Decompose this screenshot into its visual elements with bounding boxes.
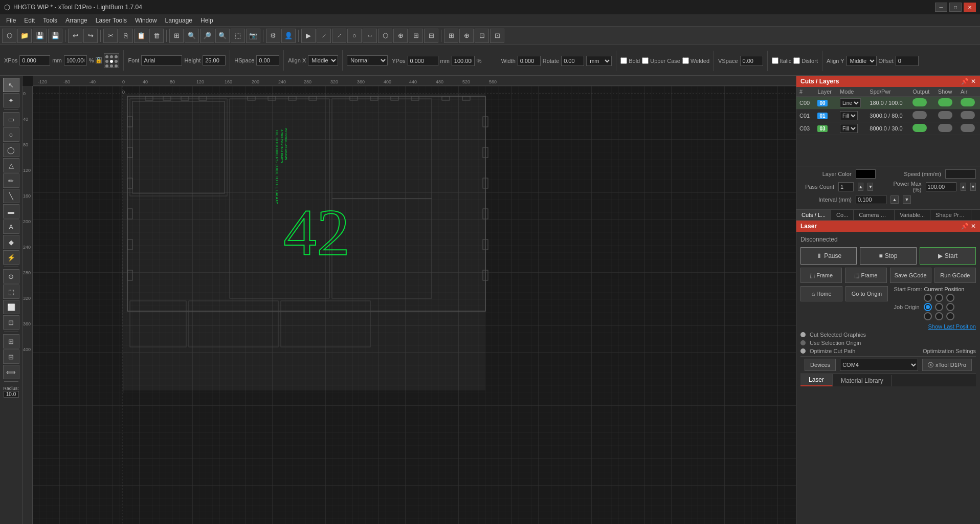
rotate-input[interactable] [561, 56, 584, 66]
italic-checkbox[interactable] [772, 57, 778, 64]
tool-circle2[interactable]: ⊙ [3, 269, 19, 283]
minimize-button[interactable]: ─ [935, 3, 947, 12]
tab-laser-bottom[interactable]: Laser [800, 374, 833, 386]
tool-text[interactable]: A [3, 220, 19, 234]
tb-zoom-in[interactable]: 🔎 [200, 29, 214, 43]
tab-material-library[interactable]: Material Library [833, 375, 892, 386]
tb-new[interactable]: ⬡ [2, 29, 16, 43]
tb-open[interactable]: 📁 [17, 29, 32, 43]
origin-bl[interactable] [924, 312, 932, 320]
upper-case-checkbox[interactable] [642, 57, 649, 64]
welded-checkbox[interactable] [682, 57, 689, 64]
tool-rect3[interactable]: ⬚ [3, 285, 19, 299]
tb-coord[interactable]: ⊕ [459, 29, 474, 43]
tb-path2[interactable]: ⟋ [332, 29, 346, 43]
tool-pen[interactable]: ✏ [3, 173, 19, 188]
tool-ellipse[interactable]: ◯ [3, 143, 19, 157]
menu-file[interactable]: File [2, 16, 20, 25]
tb-settings[interactable]: ⚙ [266, 29, 280, 43]
frame-button2[interactable]: ⬚ Frame [845, 268, 886, 283]
ypos-input[interactable] [408, 56, 438, 66]
tab-variable[interactable]: Variable... [895, 210, 930, 220]
tool-mirror[interactable]: ⟺ [3, 365, 19, 379]
tb-play[interactable]: ▶ [301, 29, 316, 43]
canvas-area[interactable]: -120 -80 -40 0 40 80 120 160 200 240 280… [23, 76, 796, 524]
laser-close[interactable]: ✕ [971, 223, 976, 230]
dot-grid[interactable] [104, 53, 119, 68]
layer-color-swatch[interactable] [856, 169, 876, 179]
origin-tc[interactable] [935, 294, 943, 302]
tb-delete[interactable]: 🗑 [149, 29, 164, 43]
font-input[interactable] [141, 55, 182, 66]
menu-tools[interactable]: Tools [39, 16, 61, 25]
normal-select[interactable]: Normal [347, 55, 388, 66]
xtool-button[interactable]: ⓧ xTool D1Pro [922, 359, 972, 371]
go-to-origin-button[interactable]: Go to Origin [845, 286, 887, 301]
home-button[interactable]: ⌂ Home [800, 286, 842, 301]
speed-input[interactable]: 180 [945, 169, 976, 179]
menu-arrange[interactable]: Arrange [61, 16, 92, 25]
int-down[interactable]: ▼ [903, 195, 911, 204]
tool-point[interactable]: ◆ [3, 235, 19, 249]
pwr-down[interactable]: ▼ [970, 183, 976, 191]
title-bar-controls[interactable]: ─ □ ✕ [935, 3, 976, 12]
pause-button[interactable]: ⏸ Pause [800, 247, 857, 265]
save-gcode-button[interactable]: Save GCode [890, 268, 931, 283]
tool-rect4[interactable]: ⬜ [3, 300, 19, 314]
origin-ml[interactable] [924, 303, 932, 311]
tb-zoom-out[interactable]: 🔍 [215, 29, 230, 43]
tb-cut[interactable]: ✂ [103, 29, 118, 43]
tb-nodes[interactable]: ⬡ [378, 29, 392, 43]
close-button[interactable]: ✕ [964, 3, 976, 12]
pwr-up[interactable]: ▲ [961, 183, 966, 191]
origin-mc[interactable] [935, 303, 943, 311]
tb-save[interactable]: 💾 [33, 29, 47, 43]
tb-copy[interactable]: ⎘ [119, 29, 133, 43]
tool-rect2[interactable]: ▬ [3, 204, 19, 219]
tb-extra[interactable]: ⊡ [475, 29, 489, 43]
tool-arrange[interactable]: ⊡ [3, 315, 19, 330]
show-last-position-link[interactable]: Show Last Position [928, 323, 976, 330]
com-select[interactable]: COM4 [840, 359, 918, 371]
interval-input[interactable] [856, 195, 886, 204]
menu-language[interactable]: Language [161, 16, 196, 25]
stop-button[interactable]: ■ Stop [860, 247, 916, 265]
tb-zoom-fit[interactable]: 🔍 [185, 29, 199, 43]
tool-rect[interactable]: ▭ [3, 112, 19, 126]
origin-br[interactable] [946, 312, 954, 320]
tb-save2[interactable]: 💾 [48, 29, 62, 43]
menu-window[interactable]: Window [131, 16, 161, 25]
laser-pin[interactable]: 📌 [961, 223, 969, 230]
tool-circle[interactable]: ○ [3, 127, 19, 142]
devices-button[interactable]: Devices [805, 359, 836, 371]
lock-icon[interactable]: 🔒 [96, 57, 102, 63]
layer-row-2[interactable]: C03 03 Fill 8000.0 / 30.0 [796, 122, 980, 135]
height-font-input[interactable] [203, 55, 226, 66]
tb-path1[interactable]: ⟋ [317, 29, 331, 43]
run-gcode-button[interactable]: Run GCode [934, 268, 976, 283]
hspace-input[interactable] [256, 55, 279, 66]
start-button[interactable]: ▶ Start [920, 247, 976, 265]
xpos-input[interactable] [19, 55, 50, 66]
layer-row-1[interactable]: C01 01 Fill 3000.0 / 80.0 [796, 110, 980, 122]
layer-row-0[interactable]: C00 00 Line 180.0 / 100.0 [796, 97, 980, 110]
tb-array[interactable]: ⊞ [409, 29, 423, 43]
tab-co[interactable]: Co... [831, 210, 854, 220]
tb-move[interactable]: ⊞ [444, 29, 458, 43]
aligny-select[interactable]: Middle [847, 56, 877, 66]
tool-power[interactable]: ⚡ [3, 250, 19, 265]
canvas-content[interactable]: 42 THE HITCHHIKER'S GUIDE TO THE GALAXY … [33, 86, 796, 524]
tab-camera[interactable]: Camera C... [854, 210, 895, 220]
cuts-close[interactable]: ✕ [971, 78, 976, 85]
pass-up[interactable]: ▲ [858, 183, 863, 191]
pass-count-input[interactable] [838, 182, 854, 191]
tb-redo[interactable]: ↪ [83, 29, 98, 43]
tb-circle[interactable]: ○ [347, 29, 362, 43]
tb-undo[interactable]: ↩ [68, 29, 82, 43]
frame-button1[interactable]: ⬚ Frame [800, 268, 842, 283]
optimization-settings-link[interactable]: Optimization Settings [923, 348, 976, 354]
tb-snap[interactable]: ⊞ [169, 29, 184, 43]
design-canvas[interactable]: 42 THE HITCHHIKER'S GUIDE TO THE GALAXY … [33, 86, 796, 524]
pass-down[interactable]: ▼ [867, 183, 873, 191]
tb-align[interactable]: ⊟ [424, 29, 438, 43]
